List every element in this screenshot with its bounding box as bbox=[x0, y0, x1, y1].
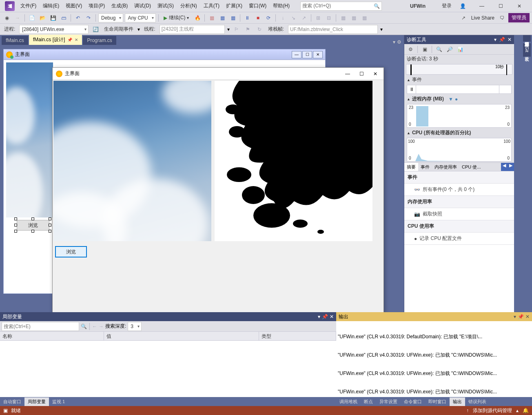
feedback-icon[interactable]: 🗨 bbox=[498, 13, 507, 22]
output-text[interactable]: "UFWin.exe" (CLR v4.0.30319: DefaultDoma… bbox=[336, 321, 532, 397]
stackframe-combo[interactable] bbox=[288, 25, 378, 34]
admin-badge[interactable]: 管理员 bbox=[508, 13, 530, 22]
menu-debug[interactable]: 调试(D) bbox=[132, 1, 153, 11]
designer-close[interactable]: ✕ bbox=[313, 51, 323, 58]
close-icon[interactable]: ✕ bbox=[330, 314, 334, 320]
tab-callstack[interactable]: 调用堆栈 bbox=[336, 397, 361, 406]
tab-command[interactable]: 命令窗口 bbox=[401, 397, 425, 406]
save-all-icon[interactable]: 🗃 bbox=[59, 13, 68, 22]
tab-immediate[interactable]: 即时窗口 bbox=[425, 397, 450, 406]
nav-fwd[interactable]: → bbox=[99, 324, 104, 329]
events-section-head[interactable]: ▲事件 bbox=[404, 75, 514, 84]
scroll-left[interactable]: ◀ bbox=[501, 163, 508, 171]
chart-icon[interactable]: 📊 bbox=[456, 45, 465, 54]
tb-icon-7[interactable]: ▦ bbox=[349, 13, 358, 22]
pin-icon[interactable]: 📌 bbox=[67, 38, 72, 42]
cpu-chart[interactable]: 100 100 0 0 bbox=[407, 138, 512, 162]
running-titlebar[interactable]: 主界面 — ☐ ✕ bbox=[53, 68, 383, 80]
tb-icon-3[interactable]: ▦ bbox=[228, 13, 237, 22]
thread-combo[interactable] bbox=[160, 25, 225, 34]
platform-combo[interactable]: Any CPU bbox=[125, 13, 155, 22]
tb-icon-8[interactable]: ▦ bbox=[360, 13, 369, 22]
window-pos-icon[interactable]: ▾ bbox=[514, 314, 516, 320]
memory-section-head[interactable]: ▲进程内存 (MB) ▼ ● bbox=[404, 95, 514, 103]
designer-max[interactable]: ☐ bbox=[302, 51, 312, 58]
window-pos-icon[interactable]: ▾ bbox=[318, 314, 320, 320]
pause-icon[interactable]: ⏸ bbox=[243, 13, 252, 22]
browse-button-design[interactable]: 浏览 bbox=[17, 220, 49, 231]
depth-combo[interactable]: 3 bbox=[128, 322, 142, 331]
tab-autos[interactable]: 自动窗口 bbox=[0, 397, 24, 406]
tb-icon-4[interactable]: ⊞ bbox=[314, 13, 323, 22]
continue-button[interactable]: ▶ 继续(C) ▾ bbox=[161, 13, 192, 22]
tb-icon-1[interactable]: ▦ bbox=[207, 13, 216, 22]
menu-extensions[interactable]: 扩展(X) bbox=[224, 1, 245, 11]
tab-errorlist[interactable]: 错误列表 bbox=[465, 397, 490, 406]
source-control-button[interactable]: 添加到源代码管理 bbox=[473, 407, 512, 414]
select-tools-icon[interactable]: ▣ bbox=[420, 45, 429, 54]
stop-icon[interactable]: ■ bbox=[253, 13, 262, 22]
menu-analyze[interactable]: 分析(N) bbox=[178, 1, 200, 11]
threads-icon[interactable]: ⚑ bbox=[244, 25, 253, 34]
menu-view[interactable]: 视图(V) bbox=[63, 1, 84, 11]
scroll-right[interactable]: ▶ bbox=[508, 163, 514, 171]
zoom-out-icon[interactable]: 🔎 bbox=[445, 45, 454, 54]
run-close[interactable]: ✕ bbox=[372, 71, 379, 77]
col-type[interactable]: 类型 bbox=[259, 332, 336, 340]
menu-file[interactable]: 文件(F) bbox=[18, 1, 39, 11]
new-file-icon[interactable]: 📄 bbox=[27, 13, 36, 22]
tab-dropdown-icon[interactable]: ▾ bbox=[393, 39, 395, 45]
login-button[interactable]: 登录 bbox=[440, 1, 453, 11]
tab-cpu[interactable]: CPU 使... bbox=[459, 163, 483, 171]
close-icon[interactable]: ✕ bbox=[75, 38, 78, 42]
menu-window[interactable]: 窗口(W) bbox=[246, 1, 269, 11]
tb-icon-5[interactable]: ⊟ bbox=[324, 13, 333, 22]
events-track[interactable]: ⏸ bbox=[407, 85, 512, 94]
gear-icon[interactable]: ⚙ bbox=[406, 45, 415, 54]
tab-events[interactable]: 事件 bbox=[418, 163, 432, 171]
search-icon[interactable]: 🔍 bbox=[81, 324, 87, 329]
pin-icon[interactable]: 📌 bbox=[499, 37, 505, 42]
run-min[interactable]: — bbox=[344, 71, 351, 77]
close-button[interactable]: ✕ bbox=[510, 0, 529, 12]
pin-icon[interactable]: 📌 bbox=[322, 314, 328, 320]
tab-breakpoints[interactable]: 断点 bbox=[361, 397, 376, 406]
window-pos-icon[interactable]: ▾ bbox=[494, 37, 497, 42]
forward-button[interactable]: → bbox=[13, 13, 22, 22]
detail-cpu-item[interactable]: ●记录 CPU 配置文件 bbox=[404, 233, 514, 245]
redo-icon[interactable]: ↷ bbox=[84, 13, 93, 22]
detail-memory-item[interactable]: 📷截取快照 bbox=[404, 208, 514, 220]
tab-memory[interactable]: 内存使用率 bbox=[432, 163, 459, 171]
back-button[interactable]: ◉ bbox=[2, 13, 11, 22]
live-share-label[interactable]: Live Share bbox=[470, 15, 496, 21]
nav-icon[interactable]: ↻ bbox=[255, 25, 264, 34]
hot-reload-icon[interactable]: 🔥 bbox=[193, 13, 202, 22]
browse-button-run[interactable]: 浏览 bbox=[55, 246, 87, 257]
maximize-button[interactable]: ☐ bbox=[491, 0, 510, 12]
output-window-icon[interactable]: ▣ bbox=[3, 408, 8, 413]
bell-icon[interactable]: 🔔 bbox=[523, 408, 529, 413]
process-combo[interactable]: [28640] UFWin.exe bbox=[19, 25, 89, 34]
designer-min[interactable]: — bbox=[292, 51, 301, 58]
tab-summary[interactable]: 摘要 bbox=[404, 163, 418, 171]
pin-icon[interactable]: 📌 bbox=[518, 314, 524, 320]
live-share-icon[interactable]: ↗ bbox=[459, 13, 468, 22]
flag-icon[interactable]: 🏳 bbox=[232, 25, 241, 34]
tab-watch[interactable]: 监视 1 bbox=[49, 397, 68, 406]
cpu-section-head[interactable]: ▲CPU (所有处理器的百分比) bbox=[404, 129, 514, 137]
open-folder-icon[interactable]: 📂 bbox=[38, 13, 47, 22]
tab-fmain-design[interactable]: fMain.cs [设计] 📌 ✕ bbox=[29, 35, 82, 45]
minimize-button[interactable]: — bbox=[472, 0, 491, 12]
detail-events-item[interactable]: 👓所有事件(0 个，共 0 个) bbox=[404, 184, 514, 196]
lifecycle-icon[interactable]: 🔄 bbox=[91, 25, 100, 34]
picturebox-design[interactable] bbox=[6, 62, 53, 217]
undo-icon[interactable]: ↶ bbox=[73, 13, 82, 22]
menu-tools[interactable]: 工具(T) bbox=[201, 1, 222, 11]
config-combo[interactable]: Debug bbox=[98, 13, 123, 22]
menu-test[interactable]: 测试(S) bbox=[155, 1, 176, 11]
git-changes-tab[interactable]: Git 更改 bbox=[523, 43, 531, 57]
timeline-ruler[interactable]: 10秒 bbox=[406, 64, 512, 75]
tab-exceptions[interactable]: 异常设置 bbox=[376, 397, 401, 406]
tab-output[interactable]: 输出 bbox=[450, 397, 465, 406]
close-icon[interactable]: ✕ bbox=[525, 314, 530, 320]
